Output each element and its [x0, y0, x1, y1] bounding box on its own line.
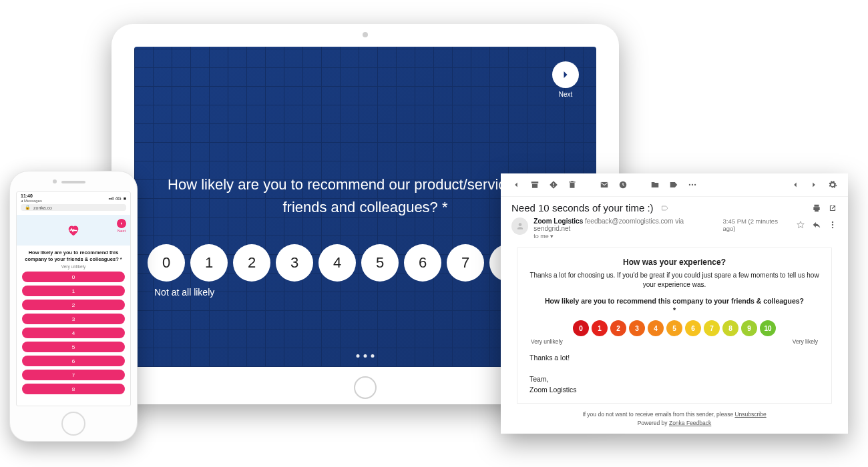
svg-point-3	[689, 184, 690, 185]
svg-rect-1	[553, 186, 554, 187]
email-toolbar	[501, 173, 848, 197]
email-header: Zoom Logistics feedback@zoomlogistics.co…	[501, 217, 848, 244]
avatar	[511, 217, 528, 235]
heart-icon	[66, 223, 81, 238]
open-in-new-icon[interactable]	[828, 203, 837, 213]
newer-icon[interactable]	[809, 180, 819, 189]
lock-icon: 🔒	[25, 205, 31, 210]
more-v-icon[interactable]	[828, 220, 837, 229]
tablet-home-button[interactable]	[354, 376, 377, 399]
nps-option-3[interactable]: 3	[629, 320, 645, 336]
nps-option-1[interactable]: 1	[592, 320, 608, 336]
svg-point-4	[692, 184, 693, 185]
email-window: Need 10 seconds of your time :) Zoom Log…	[501, 173, 848, 434]
nps-option-7[interactable]: 7	[704, 320, 720, 336]
nps-option-5[interactable]: 5	[361, 244, 399, 282]
email-body: How was your experience? Thanks a lot fo…	[517, 248, 832, 404]
delete-icon[interactable]	[568, 180, 577, 189]
signal-icon: ••ll 4G	[108, 196, 121, 201]
nps-option-8[interactable]: 8	[722, 320, 738, 336]
nps-option-3[interactable]: 3	[22, 314, 125, 324]
email-meta: 3:45 PM (2 minutes ago)	[723, 217, 837, 232]
nps-option-2[interactable]: 2	[22, 300, 125, 310]
next-label: Next	[552, 91, 579, 98]
nps-option-7[interactable]: 7	[447, 244, 484, 282]
email-nps-scale: 012345678910	[529, 320, 819, 336]
phone-url-bar[interactable]: 🔒 zonka.co	[21, 204, 126, 211]
nps-option-4[interactable]: 4	[22, 328, 125, 338]
phone-speaker	[61, 181, 85, 183]
reply-icon[interactable]	[812, 220, 821, 229]
low-label: Not at all likely	[154, 287, 214, 298]
phone-question: How likely are you to recommend this com…	[17, 246, 130, 264]
print-icon[interactable]	[812, 203, 821, 213]
more-icon[interactable]	[688, 180, 697, 189]
brand-link[interactable]: Zonka Feedback	[669, 420, 711, 426]
chevron-right-icon	[552, 61, 579, 88]
phone-survey-header: Next	[17, 215, 130, 246]
survey-intro: Thanks a lot for choosing us. If you'd b…	[529, 271, 819, 290]
mail-icon[interactable]	[600, 180, 609, 189]
url-text: zonka.co	[33, 205, 52, 210]
star-icon[interactable]	[796, 220, 805, 229]
scale-high: Very likely	[793, 338, 818, 345]
nps-option-6[interactable]: 6	[404, 244, 441, 282]
powered-by: Powered by	[638, 420, 669, 426]
to-line[interactable]: to me ▾	[533, 233, 717, 240]
sig-team: Team,	[529, 374, 819, 385]
nps-option-2[interactable]: 2	[610, 320, 626, 336]
phone-next-label: Next	[117, 229, 126, 233]
nps-option-5[interactable]: 5	[666, 320, 682, 336]
nps-option-4[interactable]: 4	[318, 244, 356, 282]
pager-dots	[357, 354, 375, 358]
spam-icon[interactable]	[549, 180, 558, 189]
svg-point-6	[832, 221, 833, 223]
phone-next-button[interactable]: Next	[117, 219, 126, 233]
nps-option-10[interactable]: 10	[760, 320, 776, 336]
nps-option-4[interactable]: 4	[648, 320, 664, 336]
nps-option-2[interactable]: 2	[233, 244, 270, 282]
back-icon[interactable]	[511, 180, 521, 189]
chevron-right-icon	[117, 219, 126, 228]
scale-low: Very unlikely	[531, 338, 563, 345]
svg-point-7	[832, 224, 833, 225]
phone-status-bar: 11:40 ◂ Messages ••ll 4G ■	[17, 192, 130, 203]
sig-company: Zoom Logistics	[529, 385, 819, 396]
unsubscribe-link[interactable]: Unsubscribe	[734, 411, 766, 418]
phone-screen: 11:40 ◂ Messages ••ll 4G ■ 🔒 zonka.co Ne…	[16, 191, 131, 406]
phone-nps-scale: 012345678	[17, 272, 130, 394]
nps-option-0[interactable]: 0	[148, 244, 185, 282]
email-from: Zoom Logistics feedback@zoomlogistics.co…	[533, 217, 717, 240]
nps-option-1[interactable]: 1	[190, 244, 228, 282]
timestamp: 3:45 PM (2 minutes ago)	[723, 217, 789, 232]
phone-camera	[53, 179, 57, 183]
nps-option-0[interactable]: 0	[22, 272, 125, 282]
nps-option-9[interactable]: 9	[741, 320, 757, 336]
nps-option-3[interactable]: 3	[276, 244, 313, 282]
thanks-line: Thanks a lot!	[529, 353, 819, 364]
older-icon[interactable]	[791, 180, 800, 189]
next-button[interactable]: Next	[552, 61, 579, 98]
email-subject: Need 10 seconds of your time :)	[511, 202, 654, 213]
nps-option-6[interactable]: 6	[22, 356, 125, 366]
nps-option-5[interactable]: 5	[22, 342, 125, 352]
phone-hint: Very unlikely	[17, 264, 130, 269]
email-subject-row: Need 10 seconds of your time :)	[501, 197, 848, 217]
nps-option-1[interactable]: 1	[22, 286, 125, 296]
label-outline-icon	[660, 204, 670, 212]
snooze-icon[interactable]	[618, 180, 628, 189]
nps-option-0[interactable]: 0	[573, 320, 589, 336]
nps-option-7[interactable]: 7	[22, 370, 125, 380]
labels-icon[interactable]	[669, 180, 678, 189]
nps-option-6[interactable]: 6	[685, 320, 701, 336]
move-icon[interactable]	[650, 180, 660, 189]
archive-icon[interactable]	[530, 180, 539, 189]
footer-text: If you do not want to receive emails fro…	[582, 411, 734, 418]
settings-icon[interactable]	[828, 180, 837, 189]
phone-home-button[interactable]	[61, 412, 85, 436]
status-time: 11:40	[21, 193, 42, 198]
svg-point-5	[694, 184, 696, 185]
tablet-camera	[363, 32, 368, 37]
svg-point-8	[832, 227, 833, 228]
nps-option-8[interactable]: 8	[22, 384, 125, 394]
